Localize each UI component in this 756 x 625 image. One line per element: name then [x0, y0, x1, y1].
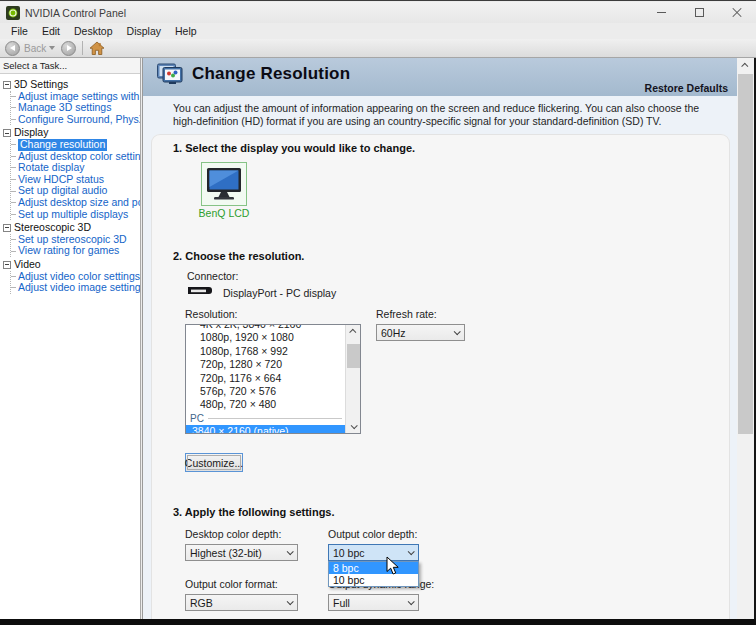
output-color-format-label: Output color format:: [185, 578, 278, 590]
chevron-up-icon: [741, 63, 748, 70]
back-history-dropdown-icon[interactable]: [49, 46, 55, 50]
chevron-up-icon: [349, 329, 356, 336]
menu-display[interactable]: Display: [120, 24, 168, 38]
output-color-depth-label: Output color depth:: [328, 528, 417, 540]
connector-value: DisplayPort - PC display: [223, 287, 336, 299]
menu-desktop[interactable]: Desktop: [67, 24, 120, 38]
tree-item-set-up-multiple-displays[interactable]: Set up multiple displays: [11, 209, 140, 221]
chevron-down-icon: [287, 548, 294, 555]
tree-item-adjust-desktop-size[interactable]: Adjust desktop size and position: [11, 197, 140, 209]
collapse-icon[interactable]: [3, 129, 11, 137]
display-name-label: BenQ LCD: [181, 207, 267, 219]
step3-heading: 3. Apply the following settings.: [173, 506, 335, 518]
resolution-option[interactable]: 1080p, 1768 × 992: [186, 345, 345, 358]
desktop-color-depth-select[interactable]: Highest (32-bit): [185, 544, 298, 561]
window-title: NVIDIA Control Panel: [25, 7, 126, 19]
resolution-listbox[interactable]: 4K x 2K, 3840 × 2160 1080p, 1920 × 1080 …: [185, 324, 361, 434]
resolution-option[interactable]: 1080p, 1920 × 1080: [186, 331, 345, 344]
scroll-down-button[interactable]: [346, 420, 361, 433]
monitor-icon: [205, 167, 243, 201]
resolution-option[interactable]: 720p, 1280 × 720: [186, 358, 345, 371]
title-bar: NVIDIA Control Panel: [0, 2, 756, 23]
tree-item-adjust-video-image[interactable]: Adjust video image settings: [11, 282, 140, 294]
page-description: You can adjust the amount of information…: [173, 102, 725, 128]
scrollbar-thumb[interactable]: [738, 74, 753, 434]
tree-item-configure-surround-physx[interactable]: Configure Surround, PhysX: [11, 114, 140, 126]
nvidia-logo-icon: [6, 6, 20, 20]
tree-item-view-rating-for-games[interactable]: View rating for games: [11, 245, 140, 257]
output-color-depth-dropdown: 8 bpc 10 bpc: [328, 561, 419, 587]
output-dynamic-range-select[interactable]: Full: [328, 594, 419, 611]
chevron-down-icon: [287, 598, 294, 605]
chevron-down-icon: [408, 548, 415, 555]
refresh-rate-select[interactable]: 60Hz: [376, 324, 465, 341]
display-select-benq[interactable]: [201, 162, 247, 206]
back-button[interactable]: [5, 41, 20, 56]
back-button-label[interactable]: Back: [24, 43, 46, 54]
scrollbar-thumb[interactable]: [347, 344, 360, 368]
refresh-rate-label: Refresh rate:: [376, 308, 437, 320]
desktop-color-depth-label: Desktop color depth:: [185, 528, 281, 540]
collapse-icon[interactable]: [3, 224, 11, 232]
menu-help[interactable]: Help: [168, 24, 204, 38]
settings-panel: 1. Select the display you would like to …: [151, 134, 730, 620]
collapse-icon[interactable]: [3, 261, 11, 269]
minimize-icon: [657, 12, 666, 13]
tree-item-change-resolution-selected[interactable]: Change resolution: [11, 139, 140, 151]
displayport-connector-icon: [187, 286, 213, 296]
resolution-option-selected[interactable]: 3840 × 2160 (native): [186, 425, 345, 434]
toolbar-separator: [82, 41, 83, 55]
maximize-icon: [695, 8, 704, 17]
resolution-label: Resolution:: [185, 308, 238, 320]
chevron-down-icon: [408, 598, 415, 605]
change-resolution-icon: [157, 63, 183, 85]
forward-button[interactable]: [61, 41, 76, 56]
collapse-icon[interactable]: [3, 81, 11, 89]
forward-arrow-icon: [67, 45, 72, 51]
tree-item-rotate-display[interactable]: Rotate display: [11, 162, 140, 174]
step2-heading: 2. Choose the resolution.: [173, 250, 304, 262]
menu-edit[interactable]: Edit: [35, 24, 67, 38]
dropdown-option-10bpc[interactable]: 10 bpc: [329, 574, 418, 586]
output-color-format-select[interactable]: RGB: [185, 594, 298, 611]
restore-defaults-link[interactable]: Restore Defaults: [645, 82, 728, 94]
tree-category-3d-settings[interactable]: 3D Settings: [3, 79, 140, 91]
content-scrollbar[interactable]: [737, 58, 754, 620]
customize-button[interactable]: Customize...: [185, 453, 243, 472]
task-sidebar: Select a Task... 3D Settings Adjust imag…: [0, 58, 141, 620]
chevron-down-icon: [454, 328, 461, 335]
menu-file[interactable]: File: [4, 24, 35, 38]
task-tree: 3D Settings Adjust image settings with p…: [0, 74, 140, 294]
navigation-toolbar: Back: [0, 39, 756, 58]
output-color-depth-select[interactable]: 10 bpc: [328, 544, 419, 561]
connector-label: Connector:: [187, 270, 238, 282]
maximize-button[interactable]: [680, 2, 718, 23]
minimize-button[interactable]: [642, 2, 680, 23]
chevron-down-icon: [351, 422, 358, 429]
back-arrow-icon: [10, 45, 15, 51]
nvidia-control-panel-window: NVIDIA Control Panel File Edit Desktop D…: [0, 0, 756, 619]
step1-heading: 1. Select the display you would like to …: [173, 142, 415, 154]
dropdown-option-8bpc[interactable]: 8 bpc: [329, 562, 418, 574]
scroll-up-button[interactable]: [346, 325, 361, 338]
page-header-band: Change Resolution Restore Defaults: [143, 58, 737, 96]
resolution-list-scrollbar[interactable]: [345, 325, 360, 433]
mouse-cursor: [386, 556, 400, 576]
menu-bar: File Edit Desktop Display Help: [0, 23, 756, 39]
group-divider-line: [208, 418, 342, 419]
resolution-option[interactable]: 576p, 720 × 576: [186, 385, 345, 398]
scroll-up-button[interactable]: [737, 58, 754, 73]
resolution-option[interactable]: 720p, 1176 × 664: [186, 372, 345, 385]
resolution-option[interactable]: 480p, 720 × 480: [186, 398, 345, 411]
resolution-group-pc: PC: [186, 412, 345, 425]
tree-category-video[interactable]: Video: [3, 259, 140, 271]
main-content: Change Resolution Restore Defaults You c…: [142, 58, 737, 620]
home-button[interactable]: [89, 41, 105, 56]
window-bottom-edge: [0, 619, 756, 625]
resolution-option-clipped[interactable]: 4K x 2K, 3840 × 2160: [186, 324, 345, 331]
page-title: Change Resolution: [192, 64, 350, 84]
close-icon: [732, 8, 742, 18]
task-sidebar-header: Select a Task...: [0, 58, 140, 74]
close-button[interactable]: [718, 2, 756, 23]
tree-category-stereoscopic-3d[interactable]: Stereoscopic 3D: [3, 222, 140, 234]
